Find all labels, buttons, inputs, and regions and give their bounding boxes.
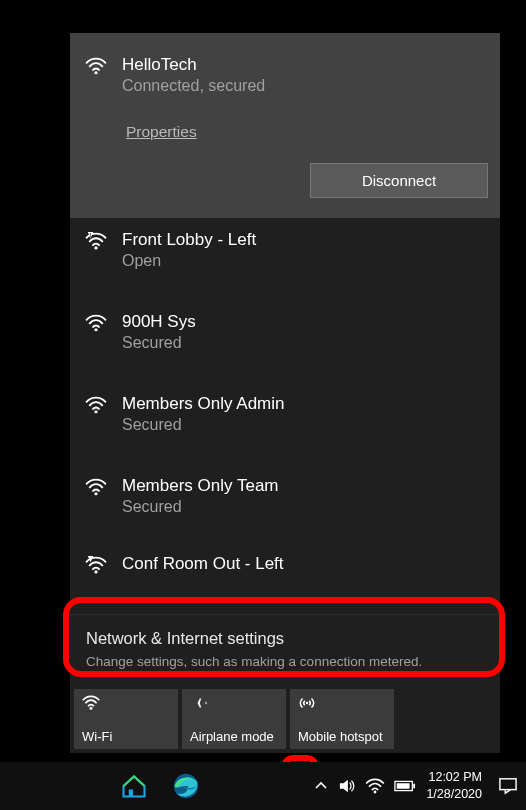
network-status: Secured xyxy=(122,416,486,434)
network-name: HelloTech xyxy=(122,55,486,75)
network-item[interactable]: Conf Room Out - Left xyxy=(70,542,500,588)
volume-icon[interactable] xyxy=(334,762,360,810)
network-name: Conf Room Out - Left xyxy=(122,554,486,574)
network-status: Open xyxy=(122,252,486,270)
properties-link[interactable]: Properties xyxy=(126,123,197,141)
clock-date: 1/28/2020 xyxy=(426,786,482,803)
taskbar-app-edge[interactable] xyxy=(162,762,210,810)
network-item[interactable]: ! Front Lobby - Left Open xyxy=(70,218,500,282)
quick-action-tiles: Wi-Fi Airplane mode Mobile hotspot xyxy=(70,685,500,753)
svg-rect-14 xyxy=(397,783,410,789)
taskbar: 12:02 PM 1/28/2020 xyxy=(0,762,526,810)
clock-time: 12:02 PM xyxy=(426,769,482,786)
svg-rect-15 xyxy=(500,779,516,790)
tile-label: Mobile hotspot xyxy=(298,729,386,744)
wifi-icon xyxy=(84,55,108,75)
svg-point-0 xyxy=(94,71,97,74)
taskbar-app-home[interactable] xyxy=(110,762,158,810)
network-name: Front Lobby - Left xyxy=(122,230,486,250)
network-tray-icon[interactable] xyxy=(360,762,390,810)
tile-label: Airplane mode xyxy=(190,729,278,744)
network-name: Members Only Team xyxy=(122,476,486,496)
network-settings-link[interactable]: Network & Internet settings Change setti… xyxy=(70,614,500,685)
wifi-open-warn-icon: ! xyxy=(84,230,108,270)
network-name: 900H Sys xyxy=(122,312,486,332)
network-flyout: HelloTech Connected, secured Properties … xyxy=(70,33,500,753)
svg-point-1 xyxy=(94,246,97,249)
svg-point-11 xyxy=(374,791,377,794)
network-item[interactable]: Members Only Admin Secured xyxy=(70,382,500,446)
network-item[interactable]: 900H Sys Secured xyxy=(70,300,500,364)
settings-title: Network & Internet settings xyxy=(86,629,484,648)
action-center-icon[interactable] xyxy=(490,762,526,810)
network-body: HelloTech Connected, secured Properties … xyxy=(122,55,486,198)
wifi-secured-icon xyxy=(84,476,108,516)
svg-rect-13 xyxy=(414,784,416,789)
airplane-icon xyxy=(190,695,278,713)
svg-point-5 xyxy=(94,492,97,495)
tile-label: Wi-Fi xyxy=(82,729,170,744)
tray-overflow-icon[interactable] xyxy=(308,762,334,810)
battery-icon[interactable] xyxy=(390,762,420,810)
wifi-open-warn-icon xyxy=(84,554,108,576)
wifi-secured-icon xyxy=(84,312,108,352)
network-item-selected[interactable]: HelloTech Connected, secured Properties … xyxy=(70,33,500,218)
network-status: Secured xyxy=(122,334,486,352)
disconnect-button[interactable]: Disconnect xyxy=(310,163,488,198)
network-name: Members Only Admin xyxy=(122,394,486,414)
settings-subtitle: Change settings, such as making a connec… xyxy=(86,654,484,669)
wifi-icon xyxy=(82,695,170,713)
svg-point-8 xyxy=(306,702,308,704)
svg-point-3 xyxy=(94,328,97,331)
wifi-secured-icon xyxy=(84,394,108,434)
system-tray: 12:02 PM 1/28/2020 xyxy=(308,762,526,810)
tile-airplane[interactable]: Airplane mode xyxy=(182,689,286,749)
network-status: Secured xyxy=(122,498,486,516)
network-item[interactable]: Members Only Team Secured xyxy=(70,464,500,528)
tile-hotspot[interactable]: Mobile hotspot xyxy=(290,689,394,749)
svg-rect-9 xyxy=(129,790,133,797)
tile-wifi[interactable]: Wi-Fi xyxy=(74,689,178,749)
hotspot-icon xyxy=(298,695,386,713)
svg-point-6 xyxy=(94,570,97,573)
svg-point-4 xyxy=(94,410,97,413)
network-status: Connected, secured xyxy=(122,77,486,95)
svg-text:!: ! xyxy=(90,232,92,238)
taskbar-clock[interactable]: 12:02 PM 1/28/2020 xyxy=(420,769,490,803)
network-list: HelloTech Connected, secured Properties … xyxy=(70,33,500,614)
svg-point-7 xyxy=(90,707,93,710)
